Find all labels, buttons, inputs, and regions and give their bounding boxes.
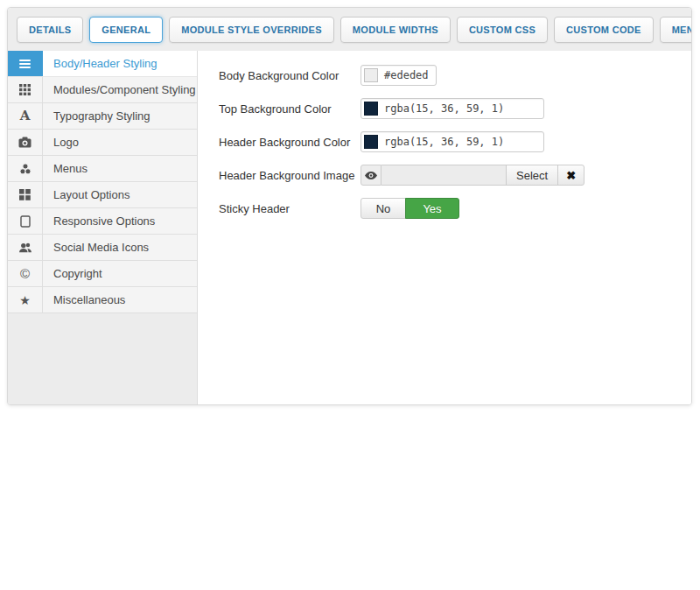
header-bg-image-input[interactable] <box>382 165 507 186</box>
star-icon: ★ <box>8 287 43 313</box>
select-image-button[interactable]: Select <box>507 165 558 186</box>
color-value: rgba(15, 36, 59, 1) <box>384 136 504 148</box>
form-row-sticky-header: Sticky Header No Yes <box>219 198 674 219</box>
tab-general[interactable]: GENERAL <box>89 17 163 43</box>
field-label: Header Background Color <box>219 136 360 149</box>
sticky-header-yes-button[interactable]: Yes <box>405 198 459 219</box>
sidebar-item-label: Miscellaneous <box>43 287 197 313</box>
sidebar-item-modules-component-styling[interactable]: Modules/Component Styling <box>8 77 197 103</box>
body-background-color-input[interactable]: #ededed <box>360 65 437 86</box>
sidebar-item-label: Body/Header Styling <box>43 51 197 76</box>
x-icon: ✖ <box>566 169 576 182</box>
tab-custom-css[interactable]: CUSTOM CSS <box>457 17 548 43</box>
color-swatch <box>364 135 378 149</box>
sticky-header-toggle: No Yes <box>360 198 459 219</box>
camera-icon <box>8 130 43 155</box>
sidebar-item-label: Layout Options <box>43 182 197 207</box>
tab-details[interactable]: DETAILS <box>17 17 83 43</box>
sidebar-item-label: Copyright <box>43 261 197 286</box>
sidebar-item-responsive-options[interactable]: Responsive Options <box>8 208 197 235</box>
sidebar-item-label: Logo <box>43 130 197 155</box>
field-label: Header Background Image <box>219 169 360 182</box>
sidebar-item-body-header-styling[interactable]: Body/Header Styling <box>8 51 197 77</box>
template-settings-panel: DETAILS GENERAL MODULE STYLE OVERRIDES M… <box>7 7 692 405</box>
sticky-header-no-button[interactable]: No <box>360 198 406 219</box>
color-swatch <box>364 68 378 82</box>
form-row-header-background-image: Header Background Image Select ✖ <box>219 165 674 186</box>
field-label: Sticky Header <box>219 202 360 215</box>
sidebar-filler <box>8 313 197 404</box>
sidebar-item-miscellaneous[interactable]: ★ Miscellaneous <box>8 287 197 313</box>
top-background-color-input[interactable]: rgba(15, 36, 59, 1) <box>360 98 544 119</box>
sidebar-item-label: Responsive Options <box>43 208 197 234</box>
header-background-image-field: Select ✖ <box>360 165 584 186</box>
tab-module-widths[interactable]: MODULE WIDTHS <box>340 17 451 43</box>
form-row-body-background-color: Body Background Color #ededed <box>219 65 674 86</box>
users-icon <box>8 235 43 260</box>
color-swatch <box>364 102 378 116</box>
color-value: rgba(15, 36, 59, 1) <box>384 102 504 115</box>
sidebar-item-label: Typography Styling <box>43 103 197 129</box>
tab-custom-code[interactable]: CUSTOM CODE <box>554 17 654 43</box>
form-row-top-background-color: Top Background Color rgba(15, 36, 59, 1) <box>219 98 674 119</box>
tab-module-style-overrides[interactable]: MODULE STYLE OVERRIDES <box>169 17 334 43</box>
sidebar-item-copyright[interactable]: © Copyright <box>8 261 197 287</box>
sidebar-item-menus[interactable]: Menus <box>8 156 197 182</box>
grid-2x2-icon <box>8 182 43 207</box>
eye-icon <box>365 172 377 179</box>
sidebar-item-label: Modules/Component Styling <box>43 77 197 102</box>
field-label: Top Background Color <box>219 102 360 116</box>
square-outline-icon <box>8 208 43 234</box>
sidebar-item-label: Social Media Icons <box>43 235 197 260</box>
color-value: #ededed <box>384 69 429 81</box>
cluster-icon <box>8 156 43 181</box>
sidebar-item-logo[interactable]: Logo <box>8 130 197 156</box>
tab-bar: DETAILS GENERAL MODULE STYLE OVERRIDES M… <box>8 8 691 51</box>
sidebar-item-social-media-icons[interactable]: Social Media Icons <box>8 235 197 261</box>
preview-eye-button[interactable] <box>360 165 382 186</box>
clear-image-button[interactable]: ✖ <box>557 165 584 186</box>
sidebar-item-label: Menus <box>43 156 197 181</box>
tab-menu-assignment[interactable]: MENU ASSIGNMENT <box>660 17 692 43</box>
grid-3x3-icon <box>8 77 43 102</box>
header-background-color-input[interactable]: rgba(15, 36, 59, 1) <box>360 131 544 152</box>
field-label: Body Background Color <box>219 69 360 82</box>
form-row-header-background-color: Header Background Color rgba(15, 36, 59,… <box>219 131 674 152</box>
settings-form: Body Background Color #ededed Top Backgr… <box>198 51 691 404</box>
sidebar-item-typography-styling[interactable]: A Typography Styling <box>8 103 197 130</box>
hamburger-icon <box>8 51 43 76</box>
sidebar-item-layout-options[interactable]: Layout Options <box>8 182 197 208</box>
letter-a-icon: A <box>8 103 43 129</box>
settings-sidebar: Body/Header Styling Modules/Component St… <box>8 51 198 404</box>
copyright-icon: © <box>8 261 43 286</box>
